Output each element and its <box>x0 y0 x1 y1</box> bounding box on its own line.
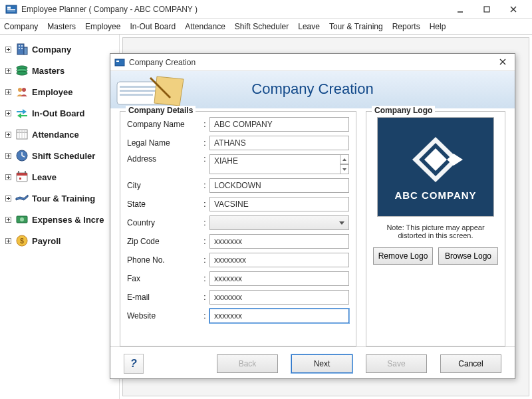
sidebar-item-tour-training[interactable]: Tour & Training <box>3 188 116 209</box>
svg-text:$: $ <box>20 237 24 245</box>
sidebar-label: Shift Scheduler <box>32 151 95 161</box>
menubar: Company Masters Employee In-Out Board At… <box>0 19 532 35</box>
menu-leave[interactable]: Leave <box>298 22 320 31</box>
expand-icon[interactable] <box>4 215 12 223</box>
company-details-fieldset: Company Details Company Name : Legal Nam… <box>120 111 356 346</box>
input-city[interactable] <box>209 178 349 193</box>
label-legal-name: Legal Name <box>127 138 200 148</box>
menu-reports[interactable]: Reports <box>392 22 420 31</box>
input-website[interactable] <box>209 309 349 323</box>
payroll-icon: $ <box>15 233 29 248</box>
label-country: Country <box>127 218 200 227</box>
sidebar-item-masters[interactable]: Masters <box>3 60 116 81</box>
fieldset-legend: Company Details <box>126 106 196 115</box>
menu-employee[interactable]: Employee <box>85 22 120 31</box>
logo-note: Note: This picture may appear distorted … <box>376 223 495 239</box>
address-scroll[interactable] <box>340 154 349 174</box>
svg-rect-9 <box>24 47 27 55</box>
browse-logo-button[interactable]: Browse Logo <box>438 247 498 265</box>
expand-icon[interactable] <box>4 152 12 160</box>
menu-shift-scheduler[interactable]: Shift Scheduler <box>235 22 289 31</box>
expand-icon[interactable] <box>4 66 12 74</box>
menu-in-out-board[interactable]: In-Out Board <box>130 22 176 31</box>
window-titlebar: Employee Planner ( Company - ABC COMPANY… <box>0 0 532 19</box>
sidebar-label: Payroll <box>32 236 61 246</box>
next-button[interactable]: Next <box>291 354 352 373</box>
company-icon <box>15 42 29 57</box>
sidebar-item-leave[interactable]: Leave <box>3 166 116 188</box>
sidebar-item-expenses[interactable]: Expenses & Incre <box>3 209 116 230</box>
input-email[interactable] <box>209 290 349 305</box>
label-state: State <box>127 200 200 209</box>
menu-company[interactable]: Company <box>4 22 38 31</box>
svg-rect-13 <box>21 48 23 49</box>
company-creation-dialog: Company Creation Company Creation Compan… <box>110 53 515 379</box>
logo-mark-icon <box>406 134 466 186</box>
close-button[interactable] <box>500 1 527 17</box>
svg-rect-29 <box>19 178 21 180</box>
svg-point-33 <box>20 217 24 221</box>
svg-rect-37 <box>116 61 119 62</box>
svg-rect-11 <box>21 45 23 47</box>
expand-icon[interactable] <box>4 237 12 245</box>
menu-attendance[interactable]: Attendance <box>185 22 225 31</box>
input-company-name[interactable] <box>209 117 349 132</box>
sidebar-label: Tour & Training <box>32 194 95 203</box>
input-zip[interactable] <box>209 234 349 249</box>
svg-rect-12 <box>19 48 20 49</box>
input-address[interactable] <box>209 154 340 174</box>
sidebar-label: Leave <box>32 172 57 182</box>
banner-title: Company Creation <box>110 80 515 98</box>
dialog-titlebar: Company Creation <box>110 54 515 71</box>
sidebar-item-payroll[interactable]: $ Payroll <box>3 230 116 251</box>
save-button[interactable]: Save <box>366 354 427 373</box>
tour-icon <box>15 191 29 205</box>
back-button[interactable]: Back <box>217 354 278 373</box>
sidebar-label: Company <box>32 45 71 55</box>
fieldset-legend: Company Logo <box>372 106 435 115</box>
remove-logo-button[interactable]: Remove Logo <box>373 247 433 265</box>
app-icon <box>5 3 17 15</box>
input-phone[interactable] <box>209 253 349 267</box>
masters-icon <box>15 63 29 78</box>
minimize-button[interactable] <box>447 1 473 17</box>
svg-point-16 <box>17 71 27 75</box>
sidebar-item-shift-scheduler[interactable]: Shift Scheduler <box>3 145 116 166</box>
expand-icon[interactable] <box>4 109 12 117</box>
input-fax[interactable] <box>209 271 349 286</box>
label-fax: Fax <box>127 274 200 283</box>
expand-icon[interactable] <box>4 88 12 96</box>
maximize-button[interactable] <box>473 1 500 17</box>
svg-rect-3 <box>7 11 15 11</box>
sidebar-item-in-out-board[interactable]: In-Out Board <box>3 102 116 124</box>
svg-rect-1 <box>7 7 11 9</box>
input-legal-name[interactable] <box>209 136 349 150</box>
sidebar-label: In-Out Board <box>32 108 84 118</box>
sidebar-item-company[interactable]: Company <box>3 39 116 60</box>
label-email: E-mail <box>127 293 200 302</box>
dialog-close-button[interactable] <box>495 57 511 68</box>
sidebar-item-employee[interactable]: Employee <box>3 81 116 102</box>
expand-icon[interactable] <box>4 45 12 53</box>
attendance-icon <box>15 127 29 142</box>
svg-rect-2 <box>7 9 15 10</box>
menu-masters[interactable]: Masters <box>47 22 76 31</box>
sidebar-label: Employee <box>32 87 72 97</box>
expand-icon[interactable] <box>4 173 12 181</box>
expand-icon[interactable] <box>4 194 12 202</box>
help-button[interactable]: ? <box>124 354 144 374</box>
logo-preview: ABC COMPANY <box>377 117 494 217</box>
menu-tour-training[interactable]: Tour & Training <box>329 22 383 31</box>
label-company-name: Company Name <box>127 120 200 129</box>
shift-icon <box>15 148 29 163</box>
dialog-banner: Company Creation <box>110 71 515 108</box>
select-country[interactable] <box>209 215 349 230</box>
sidebar-label: Masters <box>32 66 65 76</box>
menu-help[interactable]: Help <box>430 22 446 31</box>
label-zip: Zip Code <box>127 237 200 246</box>
svg-rect-5 <box>484 7 489 12</box>
cancel-button[interactable]: Cancel <box>440 354 501 373</box>
input-state[interactable] <box>209 197 349 211</box>
expand-icon[interactable] <box>4 130 12 138</box>
sidebar-item-attendance[interactable]: Attendance <box>3 124 116 145</box>
